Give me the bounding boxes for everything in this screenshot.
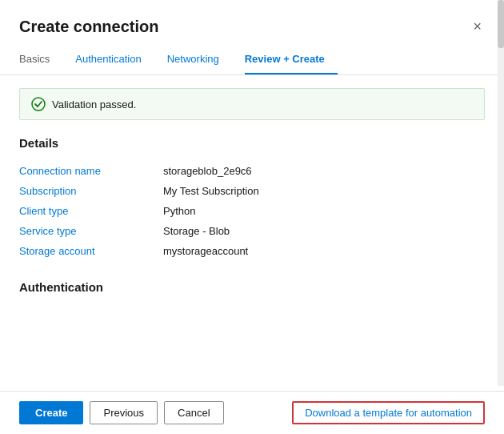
details-table: Connection name storageblob_2e9c6 Subscr… <box>19 161 485 261</box>
validation-banner: Validation passed. <box>19 88 485 120</box>
create-button[interactable]: Create <box>19 401 83 424</box>
dialog-header: Create connection × <box>0 0 504 43</box>
details-section: Details Connection name storageblob_2e9c… <box>19 136 485 261</box>
value-service-type: Storage - Blob <box>163 221 485 241</box>
create-connection-dialog: Create connection × Basics Authenticatio… <box>0 0 504 434</box>
tab-networking[interactable]: Networking <box>167 46 232 74</box>
validation-text: Validation passed. <box>52 98 136 111</box>
value-subscription: My Test Subscription <box>163 181 485 201</box>
cancel-button[interactable]: Cancel <box>164 401 223 424</box>
scrollbar-track <box>498 0 504 386</box>
scrollbar-thumb[interactable] <box>498 0 504 48</box>
label-subscription: Subscription <box>19 181 163 201</box>
table-row: Storage account mystorageaccount <box>19 241 485 261</box>
dialog-content: Validation passed. Details Connection na… <box>0 75 504 391</box>
label-storage-account: Storage account <box>19 241 163 261</box>
check-circle-icon <box>31 97 46 111</box>
tab-authentication[interactable]: Authentication <box>75 46 154 74</box>
authentication-section-title: Authentication <box>19 280 485 294</box>
svg-point-0 <box>32 98 45 111</box>
label-client-type: Client type <box>19 201 163 221</box>
previous-button[interactable]: Previous <box>90 401 158 424</box>
tab-basics[interactable]: Basics <box>19 46 62 74</box>
label-connection-name: Connection name <box>19 161 163 181</box>
dialog-title: Create connection <box>19 18 158 36</box>
table-row: Subscription My Test Subscription <box>19 181 485 201</box>
value-client-type: Python <box>163 201 485 221</box>
details-section-title: Details <box>19 136 485 150</box>
dialog-footer: Create Previous Cancel Download a templa… <box>0 391 504 434</box>
table-row: Connection name storageblob_2e9c6 <box>19 161 485 181</box>
table-row: Client type Python <box>19 201 485 221</box>
download-template-button[interactable]: Download a template for automation <box>292 401 485 424</box>
close-button[interactable]: × <box>470 16 485 37</box>
value-connection-name: storageblob_2e9c6 <box>163 161 485 181</box>
label-service-type: Service type <box>19 221 163 241</box>
tab-bar: Basics Authentication Networking Review … <box>0 46 504 75</box>
value-storage-account: mystorageaccount <box>163 241 485 261</box>
authentication-section: Authentication <box>19 280 485 294</box>
table-row: Service type Storage - Blob <box>19 221 485 241</box>
tab-review-create[interactable]: Review + Create <box>245 46 338 74</box>
